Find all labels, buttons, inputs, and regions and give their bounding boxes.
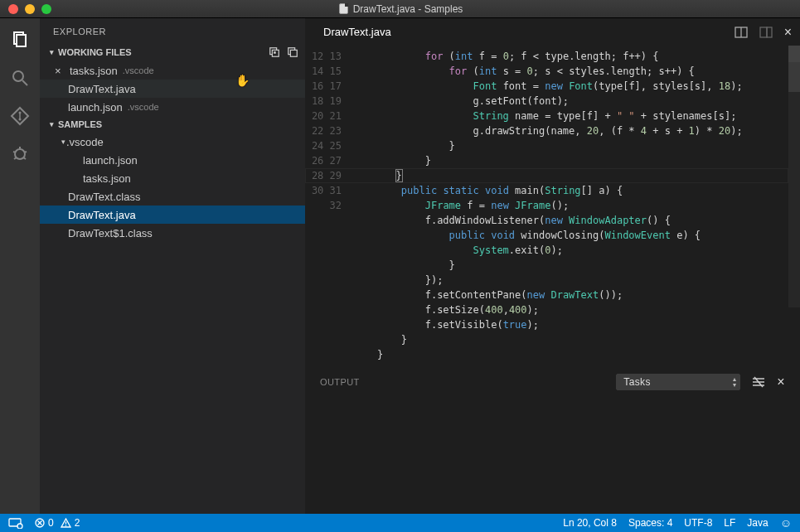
titlebar: DrawText.java - Samples	[0, 0, 800, 18]
close-window-button[interactable]	[8, 4, 18, 14]
svg-point-2	[13, 71, 23, 81]
activity-bar	[0, 18, 40, 514]
statusbar: 0 2 Ln 20, Col 8 Spaces: 4 UTF-8 LF Java…	[0, 514, 800, 532]
status-indentation[interactable]: Spaces: 4	[628, 517, 672, 529]
file-launch-json[interactable]: launch.json	[40, 151, 305, 169]
window-title: DrawText.java - Samples	[60, 3, 742, 15]
svg-line-3	[22, 80, 27, 85]
window-controls	[0, 4, 60, 14]
zoom-window-button[interactable]	[41, 4, 51, 14]
feedback-icon[interactable]: ☺	[780, 516, 792, 530]
close-editor-icon[interactable]: ×	[784, 25, 792, 40]
line-number-gutter: 12 13 14 15 16 17 18 19 20 21 22 23 24 2…	[305, 46, 353, 369]
output-channel-value: Tasks	[623, 376, 651, 388]
project-header[interactable]: ▾ SAMPLES	[40, 116, 305, 133]
git-activity-icon[interactable]	[10, 106, 30, 126]
svg-rect-17	[290, 50, 297, 56]
output-channel-select[interactable]: Tasks ▴▾	[616, 374, 740, 390]
chevron-updown-icon: ▴▾	[733, 375, 736, 389]
status-encoding[interactable]: UTF-8	[684, 517, 712, 529]
folder-name: .vscode	[66, 136, 104, 148]
working-files-header[interactable]: ▾ WORKING FILES	[40, 43, 305, 61]
svg-rect-1	[17, 35, 26, 46]
explorer-sidebar: EXPLORER ▾ WORKING FILES × tasks.json .v…	[40, 18, 305, 514]
window-title-text: DrawText.java - Samples	[353, 3, 463, 15]
working-file-tasks-json[interactable]: × tasks.json .vscode	[40, 61, 305, 80]
file-folder: .vscode	[128, 102, 159, 112]
file-folder: .vscode	[123, 65, 154, 75]
minimize-window-button[interactable]	[25, 4, 35, 14]
file-name: DrawText.class	[68, 191, 140, 203]
more-editor-icon[interactable]	[759, 27, 773, 38]
clear-output-icon[interactable]	[752, 376, 765, 388]
svg-point-27	[17, 524, 22, 529]
save-all-icon[interactable]	[269, 46, 280, 58]
status-warnings-count: 2	[75, 517, 80, 529]
status-cursor-position[interactable]: Ln 20, Col 8	[563, 517, 617, 529]
current-line-highlight	[305, 168, 788, 183]
chevron-down-icon: ▾	[60, 138, 66, 146]
svg-line-10	[24, 152, 27, 152]
svg-line-11	[14, 157, 17, 159]
editor-group: DrawText.java × 12 13 14 15 16 17 18 19 …	[305, 18, 800, 514]
status-remote-icon[interactable]	[8, 517, 23, 529]
editor-tab-drawtext[interactable]: DrawText.java	[323, 26, 391, 38]
output-panel: OUTPUT Tasks ▴▾ ×	[305, 369, 800, 514]
status-errors-count: 0	[48, 517, 54, 529]
svg-line-12	[23, 157, 26, 159]
chevron-down-icon: ▾	[48, 48, 55, 56]
file-drawtext-class[interactable]: DrawText.class	[40, 187, 305, 206]
working-files-label: WORKING FILES	[58, 47, 132, 57]
close-all-icon[interactable]	[287, 46, 298, 58]
file-name: launch.json	[83, 154, 138, 167]
file-name: tasks.json	[83, 172, 131, 185]
code-editor[interactable]: 12 13 14 15 16 17 18 19 20 21 22 23 24 2…	[305, 46, 800, 369]
project-label: SAMPLES	[58, 119, 102, 129]
file-name: DrawText.java	[68, 83, 136, 95]
status-eol[interactable]: LF	[724, 517, 735, 529]
status-warnings[interactable]: 2	[61, 517, 80, 529]
folder-vscode[interactable]: ▾ .vscode	[40, 133, 305, 151]
file-drawtext-dollar-1-class[interactable]: DrawText$1.class	[40, 224, 305, 242]
editor-tabbar: DrawText.java ×	[305, 18, 800, 46]
status-errors[interactable]: 0	[35, 517, 54, 529]
file-name: DrawText.java	[68, 209, 136, 221]
svg-rect-21	[767, 27, 772, 37]
document-icon	[339, 3, 348, 14]
file-drawtext-java[interactable]: DrawText.java	[40, 206, 305, 224]
explorer-title: EXPLORER	[40, 18, 305, 43]
search-activity-icon[interactable]	[10, 68, 30, 88]
explorer-activity-icon[interactable]	[10, 30, 30, 50]
svg-rect-15	[274, 51, 276, 54]
output-body[interactable]	[305, 394, 800, 514]
code-content[interactable]: for (int f = 0; f < type.length; f++) { …	[353, 46, 788, 369]
close-panel-icon[interactable]: ×	[777, 375, 785, 389]
file-name: DrawText$1.class	[68, 227, 153, 239]
working-file-drawtext-java[interactable]: DrawText.java	[40, 80, 305, 98]
close-icon[interactable]: ×	[55, 65, 66, 77]
working-file-launch-json[interactable]: launch.json .vscode	[40, 98, 305, 116]
debug-activity-icon[interactable]	[10, 144, 30, 164]
svg-rect-20	[760, 27, 767, 37]
minimap[interactable]	[788, 46, 800, 369]
svg-line-9	[13, 152, 16, 152]
svg-point-32	[65, 525, 65, 526]
file-name: tasks.json	[70, 65, 118, 77]
file-name: launch.json	[68, 101, 123, 114]
file-tasks-json[interactable]: tasks.json	[40, 169, 305, 187]
split-editor-icon[interactable]	[735, 27, 748, 38]
chevron-down-icon: ▾	[48, 120, 55, 128]
output-label: OUTPUT	[320, 377, 360, 387]
status-language[interactable]: Java	[747, 517, 768, 529]
